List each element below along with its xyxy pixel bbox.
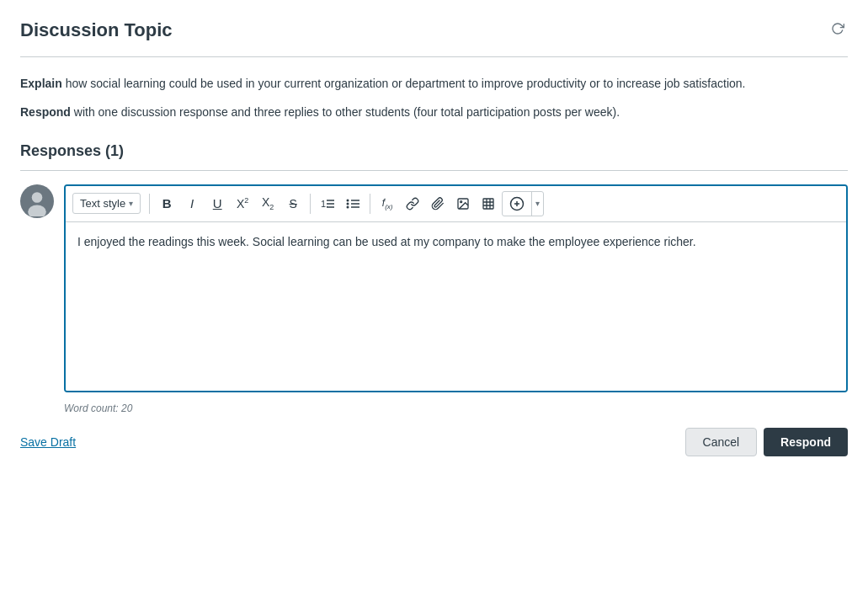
strikethrough-icon: S [290, 197, 297, 211]
refresh-button[interactable] [828, 17, 848, 43]
editor-content[interactable]: I enjoyed the readings this week. Social… [66, 222, 846, 391]
responses-heading: Responses (1) [20, 142, 848, 171]
page-title: Discussion Topic [20, 19, 173, 41]
unordered-list-icon [346, 197, 359, 211]
link-icon [406, 197, 419, 211]
svg-point-8 [347, 202, 349, 205]
svg-point-14 [461, 200, 462, 202]
cancel-button[interactable]: Cancel [685, 428, 758, 456]
formula-button[interactable]: f(x) [375, 192, 399, 216]
editor-container: Text style ▾ B I U X2 X2 [64, 184, 848, 392]
underline-icon: U [213, 196, 222, 211]
avatar-icon [22, 186, 52, 216]
strikethrough-button[interactable]: S [281, 192, 305, 216]
response-area: Text style ▾ B I U X2 X2 [20, 184, 848, 392]
media-icon [482, 197, 495, 211]
save-draft-button[interactable]: Save Draft [20, 435, 76, 449]
image-icon [456, 197, 470, 211]
toolbar-divider-2 [310, 194, 311, 214]
media-button[interactable] [477, 192, 500, 216]
refresh-icon [831, 22, 844, 35]
description-paragraph-2: Respond with one discussion response and… [20, 103, 848, 121]
toolbar-divider-1 [149, 194, 150, 214]
page-header: Discussion Topic [20, 17, 848, 57]
svg-rect-15 [483, 199, 493, 209]
description-paragraph-1: Explain how social learning could be use… [20, 74, 848, 93]
ordered-list-button[interactable]: 1. [316, 192, 339, 216]
add-button-group: ▾ [502, 191, 544, 216]
description-section: Explain how social learning could be use… [20, 74, 848, 122]
attach-button[interactable] [426, 192, 450, 216]
toolbar: Text style ▾ B I U X2 X2 [66, 186, 846, 222]
image-button[interactable] [451, 192, 475, 216]
respond-bold: Respond [20, 105, 71, 119]
actions-row: Save Draft Cancel Respond [20, 428, 848, 456]
svg-point-9 [347, 205, 349, 208]
text-style-chevron: ▾ [129, 199, 133, 208]
avatar [20, 184, 54, 218]
respond-button[interactable]: Respond [764, 428, 848, 456]
button-group: Cancel Respond [685, 428, 848, 456]
explain-bold: Explain [20, 77, 62, 90]
bold-icon: B [162, 196, 172, 211]
subscript-icon: X2 [262, 195, 274, 211]
superscript-button[interactable]: X2 [231, 192, 254, 216]
respond-text: with one discussion response and three r… [71, 105, 620, 119]
link-button[interactable] [401, 192, 424, 216]
bold-button[interactable]: B [155, 192, 178, 216]
text-style-dropdown[interactable]: Text style ▾ [72, 193, 141, 214]
superscript-icon: X2 [237, 196, 248, 211]
italic-icon: I [190, 196, 194, 211]
add-chevron-icon: ▾ [535, 199, 540, 208]
svg-point-7 [347, 199, 349, 201]
subscript-button[interactable]: X2 [256, 192, 280, 216]
italic-button[interactable]: I [180, 192, 204, 216]
ordered-list-icon: 1. [321, 197, 334, 211]
svg-point-1 [32, 192, 43, 203]
add-icon [509, 196, 525, 211]
underline-button[interactable]: U [205, 192, 229, 216]
text-style-label: Text style [80, 197, 125, 210]
explain-text: how social learning could be used in you… [62, 77, 746, 90]
word-count: Word count: 20 [20, 402, 848, 414]
add-dropdown-button[interactable]: ▾ [531, 192, 543, 216]
toolbar-divider-3 [370, 194, 370, 214]
unordered-list-button[interactable] [341, 192, 365, 216]
attach-icon [431, 197, 445, 211]
formula-icon: f(x) [382, 197, 393, 211]
add-button[interactable] [503, 192, 531, 216]
